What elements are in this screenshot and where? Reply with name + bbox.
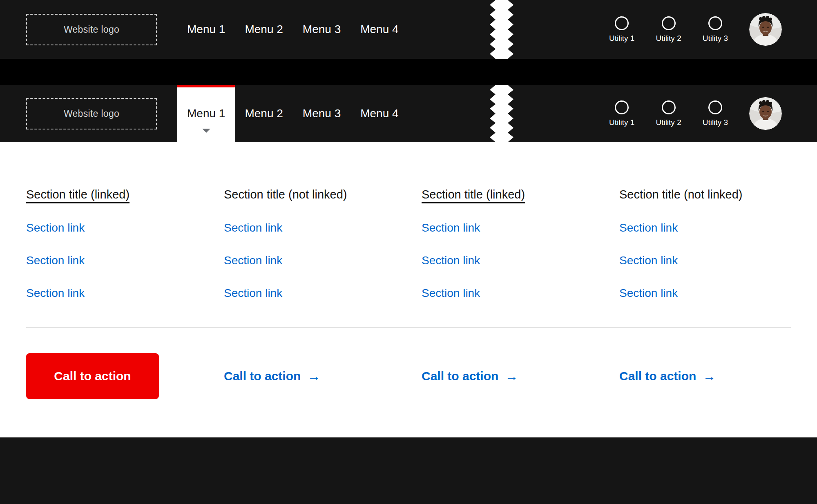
- section-link[interactable]: Section link: [422, 286, 480, 301]
- utility-3-label: Utility 3: [703, 118, 728, 127]
- avatar-image: [749, 97, 782, 130]
- user-avatar[interactable]: [749, 97, 782, 130]
- navbar-expanded: Website logo Menu 1 Menu 2 Menu 3 Menu 4…: [0, 85, 817, 142]
- menu-item-4[interactable]: Menu 4: [350, 0, 408, 59]
- chevron-down-icon: [202, 129, 210, 133]
- megamenu-cta-row: Call to action Call to action → Call to …: [26, 353, 817, 399]
- menu-item-4[interactable]: Menu 4: [350, 85, 408, 142]
- megamenu-column-2: Section title (not linked) Section link …: [224, 187, 422, 319]
- section-link[interactable]: Section link: [224, 286, 282, 301]
- section-link[interactable]: Section link: [26, 286, 85, 301]
- arrow-right-icon: →: [307, 370, 320, 383]
- section-title-linked[interactable]: Section title (linked): [26, 187, 129, 202]
- arrow-right-icon: →: [703, 370, 716, 383]
- page-footer-band: [0, 437, 817, 504]
- menu-item-3[interactable]: Menu 3: [293, 85, 350, 142]
- avatar-image: [749, 13, 782, 46]
- menu-item-3[interactable]: Menu 3: [293, 0, 350, 59]
- section-link[interactable]: Section link: [422, 253, 480, 268]
- utility-2-label: Utility 2: [656, 118, 681, 127]
- section-link[interactable]: Section link: [619, 253, 678, 268]
- utility-1-label: Utility 1: [609, 34, 634, 43]
- website-logo-label: Website logo: [64, 108, 119, 119]
- call-to-action-button[interactable]: Call to action: [26, 353, 159, 399]
- circle-icon: [615, 100, 629, 114]
- section-link[interactable]: Section link: [224, 221, 282, 235]
- section-link[interactable]: Section link: [224, 253, 282, 268]
- section-link[interactable]: Section link: [26, 221, 85, 235]
- cta-cell-4: Call to action →: [619, 369, 817, 383]
- circle-icon: [615, 16, 629, 30]
- section-title-linked[interactable]: Section title (linked): [422, 187, 525, 202]
- website-logo[interactable]: Website logo: [26, 98, 157, 129]
- menu-item-1[interactable]: Menu 1: [177, 0, 235, 59]
- utility-2-label: Utility 2: [656, 34, 681, 43]
- cta-cell-1: Call to action: [26, 353, 224, 399]
- menu-item-2[interactable]: Menu 2: [235, 0, 292, 59]
- navbar-collapsed: Website logo Menu 1 Menu 2 Menu 3 Menu 4…: [0, 0, 817, 59]
- utility-3-label: Utility 3: [703, 34, 728, 43]
- torn-edge-divider: [490, 85, 513, 142]
- section-title-static: Section title (not linked): [619, 187, 742, 202]
- section-link[interactable]: Section link: [619, 286, 678, 301]
- section-link[interactable]: Section link: [26, 253, 85, 268]
- call-to-action-link[interactable]: Call to action →: [422, 369, 518, 383]
- circle-icon: [708, 100, 722, 114]
- megamenu-columns: Section title (linked) Section link Sect…: [26, 187, 817, 319]
- website-logo-label: Website logo: [64, 24, 119, 35]
- utility-2-button[interactable]: Utility 2: [656, 100, 681, 127]
- cta-cell-3: Call to action →: [422, 369, 619, 383]
- megamenu-panel: Section title (linked) Section link Sect…: [0, 142, 817, 437]
- megamenu-divider: [26, 327, 791, 328]
- circle-icon: [662, 16, 676, 30]
- utility-3-button[interactable]: Utility 3: [703, 16, 728, 43]
- call-to-action-link[interactable]: Call to action →: [224, 369, 320, 383]
- menu-item-2[interactable]: Menu 2: [235, 85, 292, 142]
- website-logo[interactable]: Website logo: [26, 14, 157, 45]
- menu-item-1-active[interactable]: Menu 1: [177, 85, 235, 142]
- megamenu-column-1: Section title (linked) Section link Sect…: [26, 187, 224, 319]
- section-link[interactable]: Section link: [422, 221, 480, 235]
- user-avatar[interactable]: [749, 13, 782, 46]
- utility-2-button[interactable]: Utility 2: [656, 16, 681, 43]
- circle-icon: [662, 100, 676, 114]
- arrow-right-icon: →: [505, 370, 518, 383]
- call-to-action-link[interactable]: Call to action →: [619, 369, 716, 383]
- cta-cell-2: Call to action →: [224, 369, 422, 383]
- torn-edge-divider: [490, 0, 513, 59]
- utility-3-button[interactable]: Utility 3: [703, 100, 728, 127]
- utility-1-button[interactable]: Utility 1: [609, 100, 634, 127]
- section-title-static: Section title (not linked): [224, 187, 347, 202]
- utility-1-button[interactable]: Utility 1: [609, 16, 634, 43]
- section-link[interactable]: Section link: [619, 221, 678, 235]
- circle-icon: [708, 16, 722, 30]
- megamenu-column-3: Section title (linked) Section link Sect…: [422, 187, 619, 319]
- utility-bar: Utility 1 Utility 2 Utility 3: [609, 85, 782, 142]
- main-menu: Menu 1 Menu 2 Menu 3 Menu 4: [177, 0, 408, 59]
- utility-1-label: Utility 1: [609, 118, 634, 127]
- main-menu: Menu 1 Menu 2 Menu 3 Menu 4: [177, 85, 408, 142]
- megamenu-column-4: Section title (not linked) Section link …: [619, 187, 817, 319]
- utility-bar: Utility 1 Utility 2 Utility 3: [609, 0, 782, 59]
